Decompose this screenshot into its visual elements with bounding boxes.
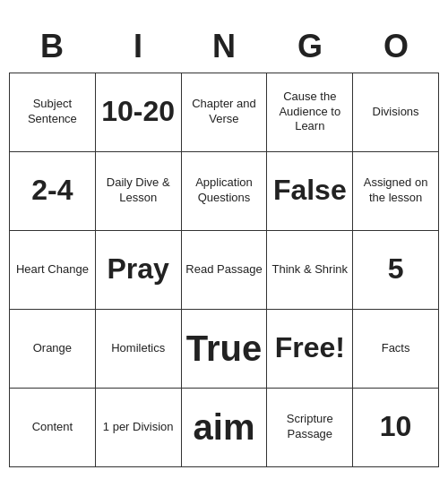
bingo-cell: Daily Dive & Lesson bbox=[96, 152, 182, 231]
cell-text: Free! bbox=[275, 329, 345, 367]
header-letter: I bbox=[99, 28, 177, 65]
header-letter: B bbox=[13, 28, 91, 65]
bingo-cell: False bbox=[267, 152, 353, 231]
cell-text: Think & Shrink bbox=[272, 262, 349, 278]
bingo-cell: Subject Sentence bbox=[10, 73, 96, 152]
bingo-cell: Homiletics bbox=[96, 310, 182, 389]
cell-text: Divisions bbox=[373, 105, 419, 120]
bingo-cell: Divisions bbox=[353, 73, 439, 152]
header-letter: O bbox=[357, 28, 435, 65]
bingo-cell: Heart Change bbox=[10, 231, 96, 310]
bingo-cell: aim bbox=[182, 389, 268, 467]
cell-text: Read Passage bbox=[185, 262, 262, 278]
bingo-cell: Orange bbox=[10, 310, 96, 389]
bingo-cell: Think & Shrink bbox=[267, 231, 353, 310]
bingo-cell: Cause the Audience to Learn bbox=[267, 73, 353, 152]
cell-text: Chapter and Verse bbox=[185, 97, 263, 127]
bingo-cell: Scripture Passage bbox=[267, 389, 353, 467]
cell-text: Application Questions bbox=[185, 175, 263, 206]
header-letter: G bbox=[271, 28, 349, 65]
bingo-cell: Chapter and Verse bbox=[182, 73, 268, 152]
cell-text: 10 bbox=[380, 408, 412, 446]
bingo-cell: Facts bbox=[353, 310, 439, 389]
bingo-cell: Pray bbox=[96, 231, 182, 310]
cell-text: 5 bbox=[388, 251, 404, 288]
bingo-cell: 10-20 bbox=[96, 73, 182, 152]
cell-text: Orange bbox=[33, 341, 72, 356]
header-letter: N bbox=[185, 28, 263, 65]
cell-text: Facts bbox=[382, 341, 410, 356]
cell-text: Daily Dive & Lesson bbox=[99, 175, 177, 206]
bingo-cell: True bbox=[182, 310, 268, 389]
bingo-cell: Application Questions bbox=[182, 152, 268, 231]
bingo-cell: 2-4 bbox=[10, 152, 96, 231]
bingo-cell: 5 bbox=[353, 231, 439, 310]
bingo-cell: Assigned on the lesson bbox=[353, 152, 439, 231]
cell-text: Homiletics bbox=[111, 341, 165, 356]
bingo-header: BINGO bbox=[9, 21, 439, 73]
bingo-cell: 1 per Division bbox=[96, 389, 182, 467]
bingo-cell: Read Passage bbox=[182, 231, 268, 310]
cell-text: Scripture Passage bbox=[271, 412, 349, 442]
cell-text: Subject Sentence bbox=[13, 97, 91, 127]
cell-text: 2-4 bbox=[31, 172, 73, 209]
cell-text: Cause the Audience to Learn bbox=[271, 90, 349, 135]
cell-text: False bbox=[273, 172, 347, 209]
cell-text: aim bbox=[194, 404, 255, 450]
cell-text: Pray bbox=[108, 251, 169, 288]
cell-text: True bbox=[186, 325, 262, 372]
cell-text: Assigned on the lesson bbox=[357, 175, 435, 206]
bingo-card: BINGO Subject Sentence10-20Chapter and V… bbox=[9, 21, 439, 467]
bingo-cell: 10 bbox=[353, 389, 439, 467]
bingo-grid: Subject Sentence10-20Chapter and VerseCa… bbox=[9, 73, 439, 467]
bingo-cell: Free! bbox=[267, 310, 353, 389]
cell-text: 1 per Division bbox=[103, 420, 174, 435]
cell-text: Heart Change bbox=[16, 262, 89, 278]
cell-text: 10-20 bbox=[101, 93, 175, 131]
bingo-cell: Content bbox=[10, 389, 96, 467]
cell-text: Content bbox=[32, 420, 73, 435]
